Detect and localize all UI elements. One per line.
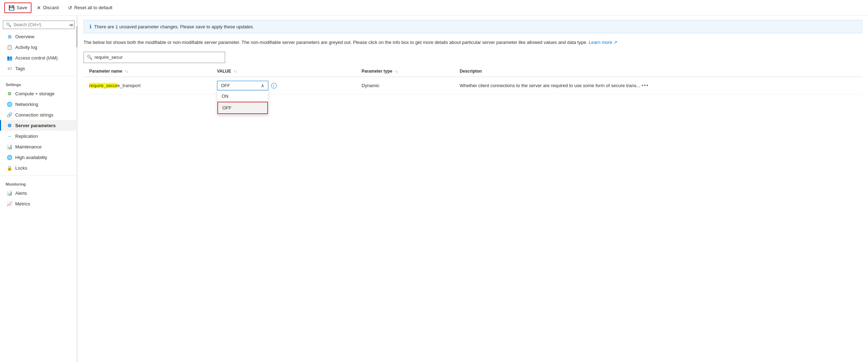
ha-icon: 🌐 [7, 154, 12, 160]
param-search-bar: 🔍 [84, 52, 225, 63]
sidebar-item-label: Alerts [15, 191, 27, 196]
table-row: require_secure_transport OFF ∧ [84, 77, 862, 94]
param-type-value: Dynamic [361, 83, 379, 88]
sidebar-item-networking[interactable]: 🌐 Networking [0, 99, 78, 109]
sidebar-item-label: Networking [15, 102, 38, 107]
main-layout: 🔍 ≪ ⊞ Overview 📋 Activity log 👥 Access c… [0, 16, 868, 362]
save-button[interactable]: 💾 Save [4, 2, 32, 13]
server-params-icon: ⚙ [7, 123, 12, 128]
sort-icon-name: ↑↓ [125, 69, 129, 73]
params-table-container: Parameter name ↑↓ VALUE ↑↓ Parameter typ… [78, 66, 868, 94]
sidebar-item-label: Access control (IAM) [15, 55, 58, 61]
param-info-icon[interactable]: i [271, 83, 277, 89]
compute-icon: ⚙ [7, 91, 12, 96]
access-control-icon: 👥 [7, 55, 12, 61]
more-options-btn[interactable]: ••• [641, 83, 649, 88]
dropdown-menu: ON OFF [217, 90, 268, 114]
param-value-cell: OFF ∧ ON OFF [211, 77, 356, 94]
sidebar-item-tags[interactable]: 🏷 Tags [0, 63, 78, 74]
sidebar-item-label: Metrics [15, 201, 30, 207]
param-search-icon: 🔍 [87, 55, 92, 60]
sidebar-search-icon: 🔍 [6, 22, 11, 27]
sidebar-item-label: Replication [15, 134, 38, 139]
params-table: Parameter name ↑↓ VALUE ↑↓ Parameter typ… [84, 66, 862, 94]
sidebar-item-overview[interactable]: ⊞ Overview [0, 31, 78, 42]
sidebar-item-metrics[interactable]: 📈 Metrics [0, 198, 78, 209]
param-name-highlight: require_secur [89, 83, 118, 88]
sidebar-item-connection-strings[interactable]: 🔗 Connection strings [0, 109, 78, 120]
col-header-name[interactable]: Parameter name ↑↓ [84, 66, 211, 77]
sidebar-item-label: Locks [15, 165, 27, 171]
save-icon: 💾 [8, 5, 15, 11]
param-name-cell: require_secure_transport [84, 77, 211, 94]
col-header-value[interactable]: VALUE ↑↓ [211, 66, 356, 77]
col-header-type[interactable]: Parameter type ↑↓ [356, 66, 454, 77]
value-dropdown: OFF ∧ ON OFF [217, 81, 268, 90]
learn-more-link[interactable]: Learn more ↗ [589, 40, 617, 45]
toolbar: 💾 Save ✕ Discard ↺ Reset all to default [0, 0, 868, 16]
sidebar-item-label: Activity log [15, 45, 37, 50]
sidebar-item-label: Tags [15, 66, 25, 71]
sidebar-item-label: Maintenance [15, 144, 41, 149]
reset-button[interactable]: ↺ Reset all to default [64, 3, 116, 13]
sidebar-item-locks[interactable]: 🔒 Locks [0, 163, 78, 173]
content-area: ℹ There are 1 unsaved parameter changes.… [78, 16, 868, 362]
sidebar-search-input[interactable] [13, 22, 72, 27]
param-type-cell: Dynamic [356, 77, 454, 94]
maintenance-icon: 📊 [7, 144, 12, 149]
dropdown-current-value: OFF [221, 83, 230, 88]
sidebar-item-compute-storage[interactable]: ⚙ Compute + storage [0, 88, 78, 99]
reset-label: Reset all to default [74, 5, 113, 10]
dropdown-trigger[interactable]: OFF ∧ [217, 81, 268, 90]
sidebar-item-access-control[interactable]: 👥 Access control (IAM) [0, 52, 78, 63]
dropdown-option-off[interactable]: OFF [217, 102, 268, 114]
sidebar-item-label: Compute + storage [15, 91, 55, 96]
sidebar-item-label: Connection strings [15, 112, 53, 118]
banner-info-icon: ℹ [90, 24, 91, 29]
dropdown-option-on[interactable]: ON [217, 91, 268, 102]
discard-icon: ✕ [37, 5, 41, 11]
tags-icon: 🏷 [7, 66, 12, 71]
sidebar-item-alerts[interactable]: 📊 Alerts [0, 188, 78, 198]
sort-icon-value: ↑↓ [234, 69, 237, 73]
locks-icon: 🔒 [7, 165, 12, 171]
sidebar-item-high-availability[interactable]: 🌐 High availability [0, 152, 78, 163]
sidebar: 🔍 ≪ ⊞ Overview 📋 Activity log 👥 Access c… [0, 16, 78, 362]
info-banner: ℹ There are 1 unsaved parameter changes.… [84, 20, 862, 33]
sort-icon-type: ↑↓ [395, 69, 399, 73]
description-text: The below list shows both the modifiable… [78, 36, 868, 50]
param-search-input[interactable] [95, 55, 222, 60]
discard-label: Discard [43, 5, 59, 10]
discard-button[interactable]: ✕ Discard [33, 3, 63, 13]
sidebar-item-activity-log[interactable]: 📋 Activity log [0, 42, 78, 52]
sidebar-item-label: Overview [15, 34, 34, 39]
param-name-suffix: e_transport [118, 83, 141, 88]
activity-log-icon: 📋 [7, 44, 12, 50]
reset-icon: ↺ [68, 5, 72, 11]
param-description: Whether client connections to the server… [459, 83, 640, 88]
col-header-desc: Descripton [454, 66, 862, 77]
monitoring-section-label: Monitoring [0, 178, 78, 188]
sidebar-item-label: High availability [15, 155, 47, 160]
metrics-icon: 📈 [7, 201, 12, 207]
alerts-icon: 📊 [7, 190, 12, 196]
dropdown-chevron-icon: ∧ [261, 83, 264, 88]
banner-text: There are 1 unsaved parameter changes. P… [94, 24, 254, 29]
replication-icon: ↔ [7, 133, 12, 139]
sidebar-item-maintenance[interactable]: 📊 Maintenance [0, 141, 78, 152]
save-label: Save [17, 5, 27, 10]
param-desc-cell: Whether client connections to the server… [454, 77, 862, 94]
overview-icon: ⊞ [7, 34, 12, 39]
settings-section-label: Settings [0, 78, 78, 88]
sidebar-item-label: Server parameters [15, 123, 56, 128]
connection-icon: 🔗 [7, 112, 12, 118]
sidebar-collapse-btn[interactable]: ≪ [69, 22, 74, 28]
sidebar-item-replication[interactable]: ↔ Replication [0, 131, 78, 141]
sidebar-item-server-parameters[interactable]: ⚙ Server parameters [0, 120, 78, 131]
networking-icon: 🌐 [7, 101, 12, 107]
